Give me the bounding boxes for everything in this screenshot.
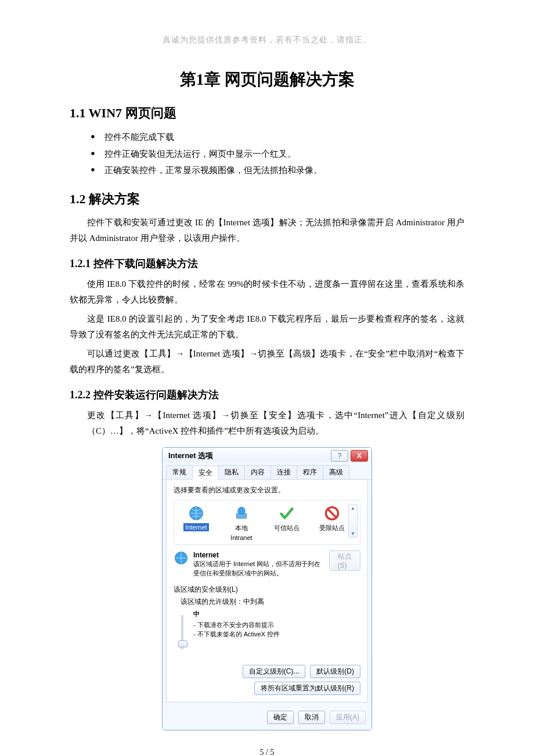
zone-description-body: 该区域适用于 Internet 网站，但不适用于列在受信任和受限制区域中的网站。 [193,560,324,578]
zone-label: Internet [183,523,208,531]
level-note: - 下载潜在不安全内容前提示 [193,620,280,630]
tab-connections[interactable]: 连接 [270,465,297,479]
help-button[interactable]: ? [331,450,348,462]
dialog-screenshot: Internet 选项 ? X 常规 安全 隐私 内容 连接 程序 高级 选择要… [70,447,464,731]
svg-line-4 [328,509,336,517]
section-1-2-1-heading: 1.2.1 控件下载问题解决方法 [70,257,464,271]
globe-icon [188,505,204,521]
zone-internet[interactable]: Internet [179,505,214,531]
zone-description-text: Internet 该区域适用于 Internet 网站，但不适用于列在受信任和受… [193,550,324,578]
cancel-button[interactable]: 取消 [298,711,325,724]
zone-trusted[interactable]: 可信站点 [269,505,304,533]
section-1-2-intro: 控件下载和安装可通过更改 IE 的【Internet 选项】解决；无法抓拍和录像… [70,215,464,246]
zone-description: Internet 该区域适用于 Internet 网站，但不适用于列在受信任和受… [174,550,360,578]
security-level-section: 该区域的安全级别(L) 该区域的允许级别：中到高 中 - 下载潜在不安全内容前提… [174,585,360,695]
security-level-text: 中 - 下载潜在不安全内容前提示 - 不下载未签名的 ActiveX 控件 [193,609,280,639]
dialog-title: Internet 选项 [168,451,213,461]
zone-instruction: 选择要查看的区域或更改安全设置。 [174,485,360,495]
section-1-2-heading: 1.2 解决方案 [70,190,464,208]
section-1-1-heading: 1.1 WIN7 网页问题 [70,105,464,122]
level-note: - 不下载未签名的 ActiveX 控件 [193,629,280,639]
security-zones: Internet 本地 Intranet 可信站点 [174,500,360,545]
zone-label: 受限站点 [317,523,347,533]
sites-button[interactable]: 站点(S) [329,550,360,571]
check-icon [279,505,295,521]
default-level-button[interactable]: 默认级别(D) [310,665,360,678]
reset-row: 将所有区域重置为默认级别(R) [174,682,360,695]
paragraph: 使用 IE8.0 下载控件的时候，经常在 99%的时候卡住不动，进度条一直停留在… [70,276,464,308]
custom-level-button[interactable]: 自定义级别(C)... [243,665,306,678]
document-page: 真诚为您提供优质参考资料，若有不当之处，请指正。 第1章 网页问题解决方案 1.… [0,0,534,756]
dialog-body: 选择要查看的区域或更改安全设置。 Internet 本地 Intranet [166,480,368,703]
tab-programs[interactable]: 程序 [297,465,323,479]
globe-icon [174,550,189,566]
zone-intranet[interactable]: 本地 Intranet [224,505,259,542]
dialog-tabs: 常规 安全 隐私 内容 连接 程序 高级 [163,462,371,480]
dialog-footer: 确定 取消 应用(A) [163,706,371,730]
tab-content[interactable]: 内容 [244,465,271,479]
tab-advanced[interactable]: 高级 [323,465,349,479]
zone-description-title: Internet [193,550,324,560]
security-slider-row: 中 - 下载潜在不安全内容前提示 - 不下载未签名的 ActiveX 控件 [174,609,360,650]
list-item: 控件正确安装但无法运行，网页中显示一个红叉。 [104,146,464,163]
security-slider[interactable] [178,609,186,650]
level-buttons-row: 自定义级别(C)... 默认级别(D) [174,665,360,678]
paragraph: 更改【工具】→【Internet 选项】→切换至【安全】选项卡，选中“Inter… [70,408,464,439]
paragraph: 可以通过更改【工具】→【Internet 选项】→切换至【高级】选项卡，在“安全… [70,346,464,377]
page-number: 5 / 5 [70,748,464,756]
section-1-2-2-heading: 1.2.2 控件安装运行问题解决方法 [70,388,464,402]
security-level-heading: 该区域的安全级别(L) [174,585,360,595]
current-level: 中 [193,609,280,619]
tab-general[interactable]: 常规 [166,465,193,479]
intranet-icon [233,505,250,521]
tab-privacy[interactable]: 隐私 [218,465,245,479]
svg-point-2 [238,507,245,514]
tab-security[interactable]: 安全 [192,466,219,480]
apply-button[interactable]: 应用(A) [330,711,366,724]
prohibit-icon [324,505,340,521]
window-buttons: ? X [331,450,368,462]
internet-options-dialog: Internet 选项 ? X 常规 安全 隐私 内容 连接 程序 高级 选择要… [162,447,372,731]
section-1-1-list: 控件不能完成下载 控件正确安装但无法运行，网页中显示一个红叉。 正确安装控件，正… [70,129,464,179]
dialog-titlebar: Internet 选项 ? X [163,448,371,462]
ok-button[interactable]: 确定 [267,711,294,724]
zone-sublabel: Intranet [229,534,254,542]
zone-label: 本地 [233,523,250,533]
list-item: 正确安装控件，正常显示视频图像，但无法抓拍和录像。 [104,162,464,179]
list-item: 控件不能完成下载 [104,129,464,146]
scrollbar[interactable]: ▲▼ [348,504,358,538]
paragraph: 这是 IE8.0 的设置引起的，为了安全考虑 IE8.0 下载完程序后，最后一步… [70,311,464,343]
zone-label: 可信站点 [272,523,301,533]
header-note: 真诚为您提供优质参考资料，若有不当之处，请指正。 [70,35,464,45]
allowed-levels: 该区域的允许级别：中到高 [174,597,360,607]
reset-all-button[interactable]: 将所有区域重置为默认级别(R) [254,682,360,695]
chapter-title: 第1章 网页问题解决方案 [70,69,464,91]
close-button[interactable]: X [351,450,368,462]
zone-restricted[interactable]: 受限站点 [315,505,349,533]
